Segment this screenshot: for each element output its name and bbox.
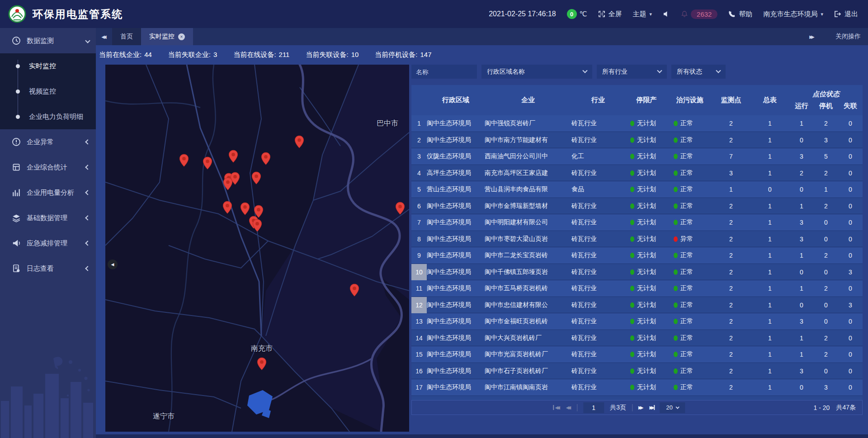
cell-industry: 砖瓦行业 xyxy=(571,119,625,127)
status-dot-icon xyxy=(674,352,678,357)
notification-button[interactable]: 2632 xyxy=(681,9,717,19)
map-pin[interactable] xyxy=(203,156,212,170)
prev-page-button[interactable]: ◀◀ xyxy=(566,405,571,410)
tabs-scroll-right-button[interactable]: ▶▶ xyxy=(804,34,820,39)
map-collapse-handle[interactable]: ◀ xyxy=(108,259,118,269)
bullet-dot-icon xyxy=(16,115,20,119)
cell-region: 阆中生态环境局 xyxy=(427,284,485,292)
cell-company: 阆中市金博瑞新型墙材 xyxy=(485,202,571,210)
sidebar-item[interactable]: 企业用电量分析 xyxy=(0,180,96,205)
map-pin[interactable] xyxy=(222,201,232,214)
row-index: 14 xyxy=(411,330,427,347)
cell-company: 阆中市江南镇阆南页岩 xyxy=(485,383,571,391)
map-pin[interactable] xyxy=(223,177,233,191)
table-row[interactable]: 10阆中生态环境局阆中千佛镇五郎垭页岩砖瓦行业无计划正常21003 xyxy=(411,264,863,281)
first-page-button[interactable]: ◀◀ xyxy=(553,405,560,410)
next-page-button[interactable]: ▶▶ xyxy=(638,405,643,410)
sidebar-item[interactable]: 基础数据管理 xyxy=(0,205,96,231)
table-row[interactable]: 4高坪生态环境局南充市高坪区王家店建砖瓦行业无计划正常31220 xyxy=(411,165,863,182)
cell-stopped: 5 xyxy=(814,153,838,160)
map-pin[interactable] xyxy=(179,154,189,167)
col-monitor: 监测点 xyxy=(712,96,750,104)
table-row[interactable]: 14阆中生态环境局阆中大兴页岩机砖厂砖瓦行业无计划正常21120 xyxy=(411,330,863,347)
sound-mute-button[interactable] xyxy=(663,10,670,18)
last-page-button[interactable]: ▶▶ xyxy=(649,405,654,410)
table-row[interactable]: 7阆中生态环境局阆中明阳建材有限公司砖瓦行业无计划正常21300 xyxy=(411,214,863,231)
table-row[interactable]: 16阆中生态环境局阆中市石子页岩机砖厂砖瓦行业无计划正常21300 xyxy=(411,363,863,380)
alert-icon xyxy=(12,137,21,146)
table-row[interactable]: 15阆中生态环境局阆中市光富页岩机砖厂砖瓦行业无计划正常21120 xyxy=(411,346,863,363)
tab-bar: ◀◀ 首页实时监控× ▶▶ 关闭操作 xyxy=(96,28,868,45)
fullscreen-button[interactable]: 全屏 xyxy=(598,10,622,19)
status-dot-icon xyxy=(630,335,634,341)
map-pin[interactable] xyxy=(294,135,304,149)
cell-monitor-points: 2 xyxy=(712,268,750,276)
sidebar-item[interactable]: 应急减排管理 xyxy=(0,231,96,256)
cell-disconnected: 0 xyxy=(838,203,863,210)
table-row[interactable]: 1阆中生态环境局阆中强锐页岩砖厂砖瓦行业无计划正常21120 xyxy=(411,115,863,132)
cell-total-meters: 0 xyxy=(750,186,789,193)
table-row[interactable]: 3仪陇生态环境局西南油气田分公司川中化工无计划正常71350 xyxy=(411,148,863,165)
sidebar-subitem[interactable]: 企业电力负荷明细 xyxy=(0,104,96,129)
cell-disconnected: 0 xyxy=(838,137,863,144)
table-row[interactable]: 12阆中生态环境局阆中市忠信建材有限公砖瓦行业无计划正常21003 xyxy=(411,297,863,314)
table-row[interactable]: 11阆中生态环境局阆中市五马桥页岩机砖砖瓦行业无计划正常21120 xyxy=(411,280,863,297)
theme-menu-button[interactable]: 主题 ▾ xyxy=(633,10,652,19)
table-row[interactable]: 2阆中生态环境局阆中市南方节能建材有砖瓦行业无计划正常21030 xyxy=(411,132,863,149)
logout-button[interactable]: 退出 xyxy=(834,10,858,19)
tab-实时监控[interactable]: 实时监控× xyxy=(141,28,193,45)
map-pin[interactable] xyxy=(257,357,267,371)
app-window: 环保用电监管系统 2021-02-25 17:46:18 0 ℃ 全屏 主题 ▾… xyxy=(0,0,868,438)
cell-running: 3 xyxy=(789,235,814,243)
map-pin[interactable] xyxy=(395,202,405,215)
temperature-unit: ℃ xyxy=(580,10,587,18)
table-row[interactable]: 8阆中生态环境局阆中市枣碧大梁山页岩砖瓦行业无计划异常21300 xyxy=(411,231,863,248)
map[interactable]: ◀ 巴中市南充市遂宁市 xyxy=(105,65,409,432)
industry-select[interactable]: 所有行业 xyxy=(597,65,667,79)
close-operations-button[interactable]: 关闭操作 xyxy=(825,33,861,41)
sidebar-subitem[interactable]: 视频监控 xyxy=(0,79,96,104)
sidebar-item[interactable]: 企业异常 xyxy=(0,129,96,155)
cell-running: 2 xyxy=(789,170,814,177)
page-size-select[interactable]: 20 xyxy=(660,402,685,413)
bullet-dot-icon xyxy=(16,89,20,94)
sidebar-item[interactable]: 数据监测 xyxy=(0,28,96,53)
map-pin[interactable] xyxy=(261,152,271,165)
app-title: 环保用电监管系统 xyxy=(33,7,123,21)
map-pin[interactable] xyxy=(240,202,250,216)
col-region: 行政区域 xyxy=(427,96,485,104)
cell-running: 3 xyxy=(789,153,814,160)
cell-company: 阆中市枣碧大梁山页岩 xyxy=(485,235,571,243)
tabs-scroll-left-button[interactable]: ◀◀ xyxy=(96,28,112,45)
map-pin[interactable] xyxy=(349,283,359,297)
row-index: 3 xyxy=(411,148,427,165)
tab-close-icon[interactable]: × xyxy=(178,33,185,40)
sidebar-subitem[interactable]: 实时监控 xyxy=(0,53,96,79)
status-dot-icon xyxy=(630,302,634,308)
table-row[interactable]: 5营山生态环境局营山县润丰肉食品有限食品无计划正常10010 xyxy=(411,181,863,198)
status-select[interactable]: 所有状态 xyxy=(671,65,726,79)
cell-region: 阆中生态环境局 xyxy=(427,367,485,375)
table-row[interactable]: 17阆中生态环境局阆中市江南镇阆南页岩砖瓦行业无计划正常21030 xyxy=(411,379,863,396)
status-dot-icon xyxy=(630,352,634,357)
cell-limit-status: 无计划 xyxy=(625,334,668,342)
help-button[interactable]: 帮助 xyxy=(728,10,752,19)
tab-首页[interactable]: 首页 xyxy=(112,28,141,45)
sidebar-item[interactable]: 企业综合统计 xyxy=(0,155,96,180)
table-row[interactable]: 9阆中生态环境局阆中市二龙长宝页岩砖砖瓦行业无计划正常21120 xyxy=(411,247,863,264)
cell-running: 1 xyxy=(789,285,814,292)
page-number-input[interactable] xyxy=(583,402,604,413)
region-select[interactable]: 行政区域名称 xyxy=(481,65,592,79)
org-menu-button[interactable]: 南充市生态环境局 ▾ xyxy=(763,10,823,19)
cell-limit-status: 无计划 xyxy=(625,383,668,391)
sidebar-item[interactable]: 日志查看 xyxy=(0,256,96,281)
table-row[interactable]: 6阆中生态环境局阆中市金博瑞新型墙材砖瓦行业无计划正常21120 xyxy=(411,198,863,215)
map-pin[interactable] xyxy=(252,219,262,232)
name-search-input[interactable] xyxy=(411,65,477,79)
table-row[interactable]: 13阆中生态环境局阆中市金福旺页岩机砖砖瓦行业无计划正常21300 xyxy=(411,313,863,330)
main-content: 当前在线企业:44当前失联企业:3当前在线设备:211当前失联设备:10当前停机… xyxy=(96,45,868,438)
cell-running: 3 xyxy=(789,318,814,325)
cell-total-meters: 1 xyxy=(750,301,789,309)
map-pin[interactable] xyxy=(251,171,261,185)
map-pin[interactable] xyxy=(228,150,238,163)
